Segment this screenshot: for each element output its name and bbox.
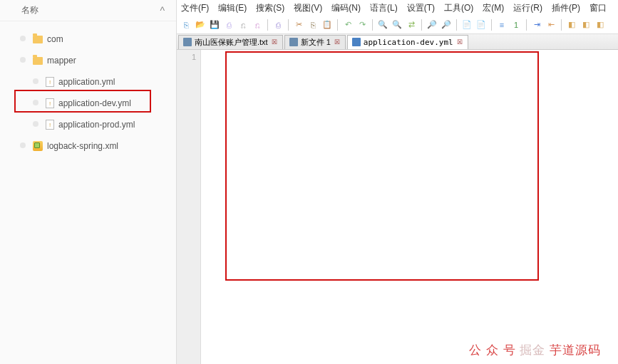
- menu-bar: 文件(F)编辑(E)搜索(S)视图(V)编码(N)语言(L)设置(T)工具(O)…: [177, 0, 618, 16]
- toolbar-separator: [421, 19, 422, 31]
- chevron-up-icon[interactable]: ^: [160, 5, 169, 16]
- menu-item[interactable]: 工具(O): [444, 2, 473, 14]
- toolbar-button[interactable]: ⎌: [251, 19, 264, 31]
- tab[interactable]: 新文件 1☒: [284, 35, 346, 49]
- close-icon[interactable]: ☒: [271, 38, 278, 46]
- col-name: 名称: [21, 4, 38, 16]
- toolbar-button[interactable]: ⇤: [545, 19, 557, 31]
- pin-icon: [20, 142, 27, 150]
- menu-item[interactable]: 插件(P): [552, 2, 580, 14]
- tab-file-icon: [289, 38, 298, 46]
- close-icon[interactable]: ☒: [456, 38, 463, 46]
- toolbar-separator: [456, 19, 457, 31]
- folder-icon: [33, 36, 43, 43]
- tab-label: 新文件 1: [301, 37, 331, 48]
- toolbar-button[interactable]: ◧: [594, 19, 607, 31]
- tree-item-application-prod-yml[interactable]: !application-prod.yml: [3, 114, 173, 135]
- menu-item[interactable]: 编码(N): [331, 2, 361, 14]
- pin-icon: [33, 78, 40, 85]
- toolbar-separator: [561, 19, 562, 31]
- toolbar-button[interactable]: ⎙: [222, 19, 235, 31]
- menu-item[interactable]: 文件(F): [181, 2, 209, 14]
- watermark: 公 众 号 掘金 芋道源码: [469, 342, 601, 358]
- menu-item[interactable]: 搜索(S): [256, 2, 284, 14]
- toolbar-separator: [372, 19, 373, 31]
- toolbar-separator: [526, 19, 527, 31]
- line-number: 1: [177, 53, 196, 61]
- toolbar-button[interactable]: ⎙: [272, 19, 284, 31]
- file-icon: !: [46, 98, 54, 108]
- tree-item-label: application-dev.yml: [58, 98, 131, 108]
- tab-file-icon: [183, 38, 192, 46]
- menu-item[interactable]: 运行(R): [513, 2, 542, 14]
- tree-item-com[interactable]: com: [3, 28, 173, 50]
- pin-icon: [33, 100, 40, 107]
- menu-item[interactable]: 编辑(E): [218, 2, 247, 14]
- toolbar-button[interactable]: 🔎: [426, 19, 438, 31]
- pin-icon: [20, 57, 27, 64]
- toolbar-separator: [267, 19, 268, 31]
- close-icon[interactable]: ☒: [334, 38, 341, 46]
- tree-item-label: com: [47, 34, 63, 44]
- menu-item[interactable]: 窗口: [589, 2, 607, 14]
- sidebar-header: 名称 ^: [0, 0, 176, 21]
- toolbar-button[interactable]: 📄: [475, 19, 488, 31]
- tree-item-application-dev-yml[interactable]: !application-dev.yml: [3, 93, 173, 114]
- tree-item-label: application-prod.yml: [58, 120, 135, 130]
- tree-item-label: application.yml: [58, 77, 115, 87]
- tab[interactable]: application-dev.yml☒: [347, 35, 468, 49]
- watermark-c: 芋道源码: [550, 343, 601, 357]
- tree-item-logback-spring-xml[interactable]: logback-spring.xml: [3, 135, 173, 157]
- toolbar-button[interactable]: ◧: [580, 19, 592, 31]
- toolbar-button[interactable]: ≡: [495, 19, 508, 31]
- sidebar: 名称 ^ commapper!application.yml!applicati…: [0, 0, 177, 364]
- tree-item-label: logback-spring.xml: [47, 141, 118, 151]
- toolbar-button[interactable]: 💾: [208, 19, 221, 31]
- toolbar-button[interactable]: 📂: [194, 19, 207, 31]
- toolbar-separator: [288, 19, 289, 31]
- folder-icon: [33, 57, 43, 65]
- toolbar-button[interactable]: 📋: [321, 19, 334, 31]
- toolbar-button[interactable]: ✂: [292, 19, 305, 31]
- toolbar-separator: [491, 19, 492, 31]
- editor-wrap: 1: [177, 50, 618, 364]
- toolbar-button[interactable]: ⎌: [237, 19, 249, 31]
- watermark-b: 掘金: [520, 343, 545, 357]
- file-tree: commapper!application.yml!application-de…: [0, 21, 176, 157]
- toolbar-button[interactable]: ◧: [565, 19, 578, 31]
- toolbar-button[interactable]: 🔍: [391, 19, 403, 31]
- editor[interactable]: [201, 50, 618, 364]
- tab-bar: 南山医保账户管理.txt☒新文件 1☒application-dev.yml☒: [177, 34, 618, 50]
- tab-label: 南山医保账户管理.txt: [195, 37, 268, 48]
- tab-label: application-dev.yml: [364, 38, 453, 47]
- toolbar-button[interactable]: 🔎: [440, 19, 453, 31]
- toolbar-button[interactable]: ⎘: [307, 19, 319, 31]
- toolbar-button[interactable]: 📄: [460, 19, 473, 31]
- pin-icon: [20, 36, 27, 43]
- tree-item-mapper[interactable]: mapper: [3, 50, 173, 71]
- line-gutter: 1: [177, 50, 201, 364]
- pin-icon: [33, 121, 40, 128]
- toolbar-button[interactable]: 🔍: [376, 19, 389, 31]
- file-icon: !: [46, 77, 54, 87]
- menu-item[interactable]: 宏(M): [483, 2, 504, 14]
- menu-item[interactable]: 设置(T): [407, 2, 435, 14]
- tree-item-label: mapper: [47, 56, 76, 66]
- toolbar-button[interactable]: ↷: [356, 19, 369, 31]
- menu-item[interactable]: 视图(V): [294, 2, 322, 14]
- toolbar-button[interactable]: ⎘: [180, 19, 192, 31]
- toolbar-separator: [337, 19, 338, 31]
- file-icon: !: [46, 120, 54, 130]
- toolbar-button[interactable]: ⇥: [530, 19, 543, 31]
- main-area: 文件(F)编辑(E)搜索(S)视图(V)编码(N)语言(L)设置(T)工具(O)…: [177, 0, 618, 364]
- toolbar-button[interactable]: 1: [510, 19, 522, 31]
- menu-item[interactable]: 语言(L): [370, 2, 398, 14]
- toolbar-button[interactable]: ↶: [341, 19, 354, 31]
- tab-file-icon: [352, 38, 361, 46]
- tree-item-application-yml[interactable]: !application.yml: [3, 71, 173, 93]
- toolbar: ⎘📂💾⎙⎌⎌⎙✂⎘📋↶↷🔍🔍⇄🔎🔎📄📄≡1⇥⇤◧◧◧: [177, 16, 618, 34]
- toolbar-button[interactable]: ⇄: [405, 19, 418, 31]
- tab[interactable]: 南山医保账户管理.txt☒: [178, 35, 283, 49]
- watermark-a: 公 众 号: [469, 343, 515, 357]
- xml-icon: [33, 141, 43, 151]
